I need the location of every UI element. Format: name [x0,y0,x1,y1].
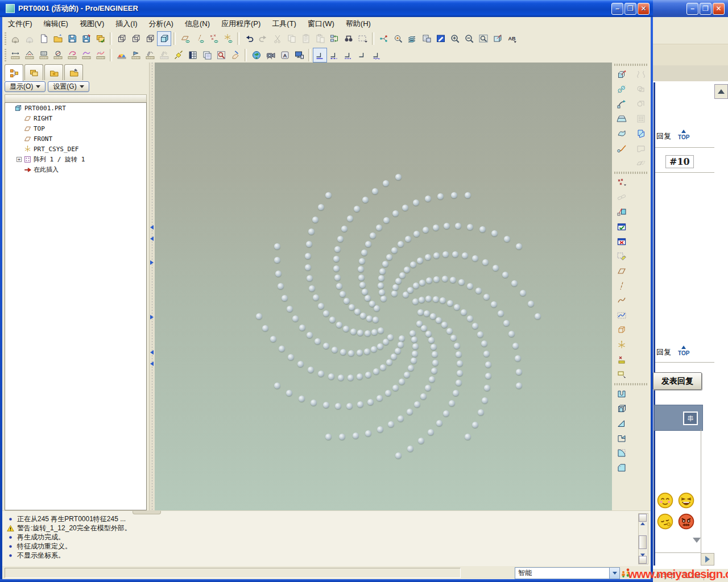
reply-link-upper[interactable]: 回复 [656,131,671,142]
global-search-button[interactable] [214,48,228,63]
pattern-sphere[interactable] [398,241,404,247]
pattern-sphere[interactable] [278,283,284,289]
pattern-sphere[interactable] [413,231,420,237]
copy-button[interactable] [284,31,299,46]
pattern-sphere[interactable] [386,254,392,260]
pattern-sphere[interactable] [433,252,440,259]
pattern-sphere[interactable] [484,385,490,391]
save-file-button[interactable] [65,31,79,46]
pattern-sphere[interactable] [478,409,484,415]
pattern-sphere[interactable] [358,275,365,281]
pattern-sphere[interactable] [450,335,457,341]
pattern-sphere[interactable] [274,257,280,263]
redo-button[interactable] [256,31,270,46]
pattern-sphere[interactable] [431,344,437,350]
pattern-sphere[interactable] [391,354,397,360]
pattern-sphere[interactable] [334,246,341,252]
tab-history[interactable] [64,64,83,80]
pattern-sphere[interactable] [383,180,389,186]
pattern-sphere[interactable] [425,331,432,337]
pattern-sphere[interactable] [309,285,315,292]
pattern-sphere[interactable] [437,193,444,199]
pattern-sphere[interactable] [431,368,437,374]
datum-plane-display-button[interactable] [178,31,192,46]
pattern-sphere[interactable] [456,351,462,357]
pattern-sphere[interactable] [383,339,389,345]
curve-through-points-button[interactable] [614,308,629,323]
shaded-view-button[interactable] [157,31,171,46]
thickness-pairs-button[interactable] [157,48,171,63]
pattern-sphere[interactable] [442,251,449,257]
pattern-sphere[interactable] [449,400,455,406]
pattern-sphere[interactable] [418,438,424,444]
selection-filter-button[interactable] [355,31,370,46]
pattern-sphere[interactable] [444,223,450,229]
pattern-sphere[interactable] [516,383,522,389]
no-hidden-view-button[interactable] [143,31,157,46]
pattern-sphere[interactable] [340,349,346,355]
pattern-sphere[interactable] [395,348,401,354]
info-table-button[interactable] [185,48,200,63]
pattern-sphere[interactable] [410,261,416,268]
pattern-sphere[interactable] [378,282,384,289]
pattern-sphere[interactable] [365,295,371,301]
pattern-sphere[interactable] [361,250,367,256]
pattern-sphere[interactable] [493,265,499,271]
pattern-sphere[interactable] [433,276,440,282]
scroll-down-button[interactable] [639,556,647,564]
tree-item-prt0001[interactable]: + PRT0001.PRT [5,103,146,113]
menu-applications[interactable]: 应用程序(P) [216,18,266,30]
menu-window[interactable]: 窗口(W) [302,18,340,30]
menu-tools[interactable]: 工具(T) [266,18,302,30]
pattern-sphere[interactable] [371,346,377,352]
pattern-sphere[interactable] [308,367,314,373]
pattern-sphere[interactable] [323,310,329,317]
wireframe-view-button[interactable] [114,31,129,46]
pattern-sphere[interactable] [299,325,305,331]
pattern-sphere[interactable] [369,301,375,307]
pattern-sphere[interactable] [436,420,442,426]
pattern-sphere[interactable] [343,326,349,332]
pattern-sphere[interactable] [366,315,373,322]
trim-tool-button[interactable] [634,141,649,156]
bw-scroll-right-button[interactable] [701,553,714,566]
pattern-sphere[interactable] [318,204,324,210]
backup-button[interactable] [93,31,107,46]
pattern-sphere[interactable] [452,251,458,257]
pattern-sphere[interactable] [307,332,313,338]
regenerate-button[interactable] [327,31,341,46]
pattern-sphere[interactable] [292,315,299,322]
emoBlush-icon[interactable] [656,492,674,509]
pattern-sphere[interactable] [372,188,378,194]
pattern-sphere[interactable] [399,379,405,385]
pattern-sphere[interactable] [373,368,379,375]
snap-dashed-button[interactable] [327,48,341,63]
collapse-left-icon[interactable] [150,361,154,366]
collapse-left-icon[interactable] [150,350,154,355]
pattern-sphere[interactable] [379,268,386,275]
tab-model-tree[interactable] [5,64,23,81]
pattern-sphere[interactable] [477,331,483,338]
pattern-sphere[interactable] [472,422,478,428]
emoLaugh-icon[interactable] [677,492,695,509]
pattern-sphere[interactable] [528,301,534,307]
undo-button[interactable] [242,31,256,46]
emoShy-icon[interactable] [656,513,674,530]
pattern-sphere[interactable] [325,192,332,198]
pattern-sphere[interactable] [392,385,399,391]
datum-axis-display-button[interactable] [192,31,206,46]
pattern-sphere[interactable] [491,301,497,307]
pattern-sphere[interactable] [417,257,423,264]
pattern-sphere[interactable] [472,323,478,329]
pattern-sphere[interactable] [360,313,366,319]
pattern-sphere[interactable] [515,355,521,361]
pattern-sphere[interactable] [374,305,380,311]
merge-tool-button[interactable] [634,82,649,97]
pattern-sphere[interactable] [328,373,334,380]
pattern-sphere[interactable] [453,390,459,396]
curve-analysis-button[interactable] [93,48,107,63]
pattern-sphere[interactable] [404,267,410,273]
pattern-sphere[interactable] [483,294,490,300]
pattern-sphere[interactable] [402,205,408,211]
pattern-sphere[interactable] [446,328,453,334]
